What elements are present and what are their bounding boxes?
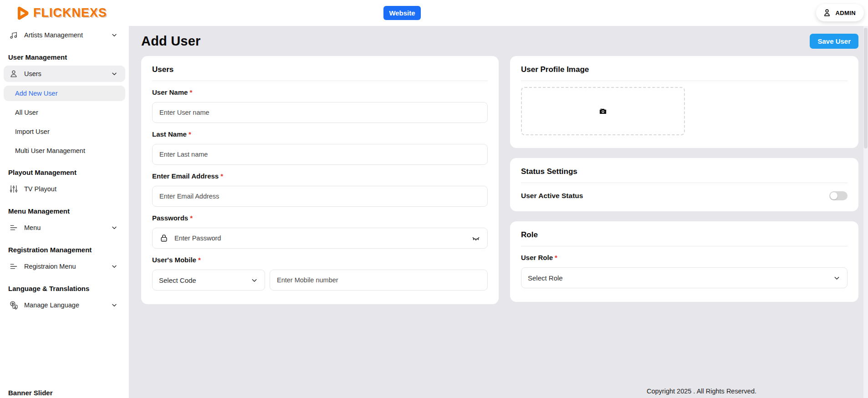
required-asterisk: * xyxy=(189,130,191,138)
status-settings-card: Status Settings User Active Status xyxy=(510,158,858,211)
sidebar-item-tv-playout[interactable]: TV Playout xyxy=(4,181,125,197)
chevron-down-icon xyxy=(111,224,118,231)
sidebar-item-label: Menu xyxy=(24,224,41,231)
user-active-status-label: User Active Status xyxy=(521,192,583,200)
sidebar-section-language-translations: Language & Translations xyxy=(8,285,129,292)
user-role-value: Select Role xyxy=(528,274,833,282)
password-label: Passwords* xyxy=(152,214,488,222)
footer-copyright: Copyright 2025 . All Rights Reserved. xyxy=(647,388,756,395)
right-column: User Profile Image xyxy=(510,56,858,302)
play-logo-icon xyxy=(14,5,30,21)
email-input[interactable] xyxy=(152,186,488,207)
country-code-select[interactable]: Select Code xyxy=(152,270,265,291)
music-note-icon xyxy=(9,31,19,40)
email-label: Enter Email Address* xyxy=(152,172,488,180)
divider xyxy=(521,246,848,246)
chevron-down-icon xyxy=(111,301,118,309)
sidebar-item-label: Registraion Menu xyxy=(24,263,76,270)
camera-icon xyxy=(599,107,607,115)
sidebar-section-registration-management: Registration Management xyxy=(8,246,129,254)
sidebar-item-label: TV Playout xyxy=(24,185,56,193)
mobile-label: User's Mobile* xyxy=(152,256,488,264)
required-asterisk: * xyxy=(198,256,201,264)
admin-menu-button[interactable]: ADMIN xyxy=(816,4,864,21)
brand-name: FLICKNEXS xyxy=(33,6,107,20)
profile-image-card: User Profile Image xyxy=(510,56,858,148)
vertical-scrollbar[interactable] xyxy=(863,26,868,398)
user-icon xyxy=(822,8,832,17)
sidebar-item-manage-language[interactable]: Manage Language xyxy=(4,297,125,313)
users-form-card: Users User Name* Last Name* Enter Email … xyxy=(141,56,499,304)
mobile-number-input[interactable] xyxy=(270,270,488,291)
last-name-label: Last Name* xyxy=(152,130,488,138)
sidebar-section-banner-slider: Banner Slider xyxy=(8,389,129,397)
user-name-input[interactable] xyxy=(152,102,488,123)
required-asterisk: * xyxy=(189,88,192,96)
chevron-down-icon xyxy=(111,31,118,39)
sidebar-item-add-new-user[interactable]: Add New User xyxy=(4,86,125,101)
country-code-value: Select Code xyxy=(159,276,250,284)
users-card-title: Users xyxy=(152,65,488,74)
chevron-down-icon xyxy=(250,276,258,284)
sidebar-item-registraion-menu[interactable]: Registraion Menu xyxy=(4,258,125,275)
sidebar-item-menu[interactable]: Menu xyxy=(4,219,125,236)
profile-image-dropzone[interactable] xyxy=(521,87,685,135)
status-card-title: Status Settings xyxy=(521,167,848,176)
list-icon xyxy=(9,262,19,271)
translate-icon xyxy=(9,301,19,310)
role-card-title: Role xyxy=(521,230,848,240)
sidebar-section-playout-management: Playout Management xyxy=(8,168,129,176)
topbar: FLICKNEXS Website ADMIN xyxy=(0,0,868,26)
website-button[interactable]: Website xyxy=(383,6,421,20)
user-role-label: User Role* xyxy=(521,254,848,261)
sidebar: Artists Management User Management Users xyxy=(0,26,129,398)
sidebar-section-user-management: User Management xyxy=(8,53,129,61)
sidebar-item-all-user[interactable]: All User xyxy=(4,105,125,120)
sidebar-section-menu-management: Menu Management xyxy=(8,207,129,215)
status-row: User Active Status xyxy=(521,191,848,201)
sidebar-item-import-user[interactable]: Import User xyxy=(4,124,125,139)
app-root: FLICKNEXS Website ADMIN xyxy=(0,0,868,398)
chevron-down-icon xyxy=(833,274,841,282)
last-name-input[interactable] xyxy=(152,144,488,165)
required-asterisk: * xyxy=(220,172,223,180)
divider xyxy=(521,183,848,183)
password-field xyxy=(152,228,488,249)
main-content: Add User Save User Users User Name* Last… xyxy=(129,26,868,398)
role-card: Role User Role* Select Role xyxy=(510,221,858,302)
sidebar-item-artists-management[interactable]: Artists Management xyxy=(4,27,125,43)
toggle-password-visibility-button[interactable] xyxy=(471,234,480,243)
user-role-select[interactable]: Select Role xyxy=(521,267,848,288)
divider xyxy=(152,81,488,81)
chevron-down-icon xyxy=(111,263,118,270)
admin-label: ADMIN xyxy=(835,10,856,16)
profile-card-title: User Profile Image xyxy=(521,65,848,74)
mobile-row: Select Code xyxy=(152,270,488,291)
divider xyxy=(521,81,848,81)
save-user-button[interactable]: Save User xyxy=(810,34,858,49)
chevron-down-icon xyxy=(111,70,118,77)
brand-logo[interactable]: FLICKNEXS xyxy=(14,5,107,21)
sidebar-item-multi-user-management[interactable]: Multi User Management xyxy=(4,143,125,158)
lock-icon xyxy=(159,234,168,243)
sidebar-item-label: Manage Language xyxy=(24,301,79,309)
required-asterisk: * xyxy=(555,254,557,261)
user-active-toggle[interactable] xyxy=(829,191,848,200)
password-input[interactable] xyxy=(174,234,471,242)
required-asterisk: * xyxy=(190,214,193,222)
list-icon xyxy=(9,223,19,232)
sidebar-item-label: Artists Management xyxy=(24,31,83,39)
sliders-icon xyxy=(9,184,19,194)
eye-closed-icon xyxy=(471,234,480,243)
sidebar-item-users[interactable]: Users xyxy=(4,66,125,82)
person-icon xyxy=(9,69,19,78)
scrollbar-thumb[interactable] xyxy=(864,28,868,148)
page-title: Add User xyxy=(141,34,201,49)
toggle-knob xyxy=(830,192,837,199)
user-name-label: User Name* xyxy=(152,88,488,96)
page-header: Add User Save User xyxy=(141,26,858,56)
sidebar-item-label: Users xyxy=(24,70,41,77)
